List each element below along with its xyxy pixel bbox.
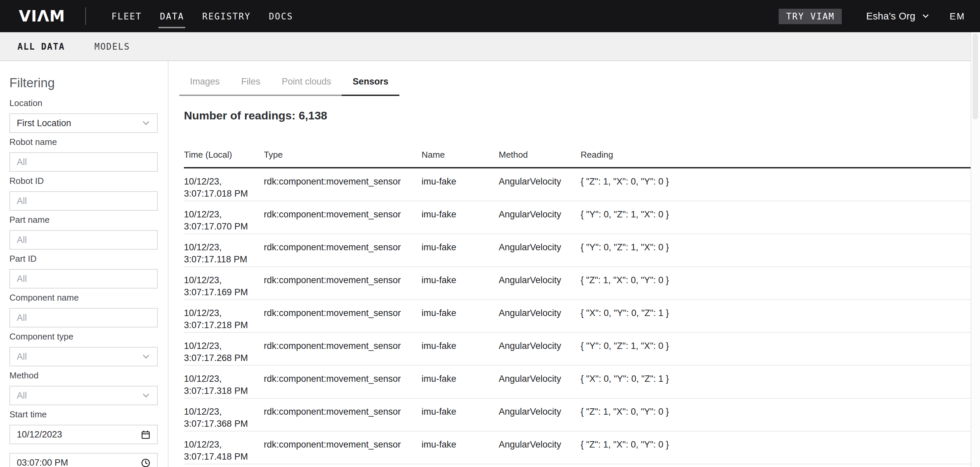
- sensor-readings-table: Time (Local) Type Name Method Reading 10…: [184, 141, 970, 464]
- column-header-name: Name: [422, 141, 499, 167]
- cell-method: AngularVelocity: [499, 234, 581, 266]
- nav-right-group: TRY VIAM Esha's Org EM: [779, 8, 966, 24]
- part-name-label: Part name: [10, 215, 158, 226]
- table-body: 10/12/23,3:07:17.018 PMrdk:component:mov…: [184, 168, 970, 464]
- primary-nav: FLEET DATA REGISTRY DOCS: [111, 0, 293, 32]
- org-label: Esha's Org: [866, 11, 916, 21]
- component-type-label: Component type: [10, 332, 158, 342]
- tab-images[interactable]: Images: [179, 71, 231, 96]
- readings-count-heading: Number of readings: 6,138: [184, 110, 980, 123]
- data-type-tabs: Images Files Point clouds Sensors: [179, 71, 980, 96]
- start-date-input[interactable]: 10/12/2023: [10, 425, 158, 444]
- tab-files[interactable]: Files: [231, 71, 271, 96]
- cell-reading: { "X": 0, "Y": 0, "Z": 1 }: [581, 300, 970, 332]
- component-name-input[interactable]: [10, 308, 158, 327]
- nav-item-docs[interactable]: DOCS: [269, 0, 293, 32]
- cell-time: 10/12/23,3:07:17.368 PM: [184, 399, 264, 431]
- tab-all-data[interactable]: ALL DATA: [18, 41, 65, 51]
- chevron-down-icon: [142, 352, 150, 361]
- table-row: 10/12/23,3:07:17.118 PMrdk:component:mov…: [184, 234, 970, 267]
- column-header-time: Time (Local): [184, 141, 264, 167]
- filter-component-type: Component type All: [10, 332, 158, 366]
- column-header-reading: Reading: [581, 141, 970, 167]
- table-row: 10/12/23,3:07:17.318 PMrdk:component:mov…: [184, 366, 970, 399]
- user-avatar[interactable]: EM: [950, 11, 966, 21]
- cell-name: imu-fake: [422, 201, 499, 234]
- table-row: 10/12/23,3:07:17.418 PMrdk:component:mov…: [184, 431, 970, 464]
- tab-models[interactable]: MODELS: [94, 41, 130, 51]
- robot-id-label: Robot ID: [10, 176, 158, 186]
- cell-method: AngularVelocity: [499, 300, 581, 332]
- cell-type: rdk:component:movement_sensor: [264, 201, 422, 234]
- part-name-input[interactable]: [10, 230, 158, 249]
- cell-type: rdk:component:movement_sensor: [264, 399, 422, 431]
- filter-robot-name: Robot name: [10, 137, 158, 172]
- cell-time: 10/12/23,3:07:17.018 PM: [184, 168, 264, 201]
- filter-method: Method All: [10, 370, 158, 405]
- nav-item-data[interactable]: DATA: [160, 0, 184, 32]
- clock-icon: [141, 458, 150, 467]
- location-select[interactable]: First Location: [10, 113, 158, 133]
- nav-item-registry[interactable]: REGISTRY: [202, 0, 251, 32]
- cell-name: imu-fake: [422, 234, 499, 266]
- table-row: 10/12/23,3:07:17.169 PMrdk:component:mov…: [184, 267, 970, 300]
- cell-reading: { "Y": 0, "Z": 1, "X": 0 }: [581, 201, 970, 234]
- cell-reading: { "Y": 0, "Z": 1, "X": 0 }: [581, 333, 970, 365]
- cell-reading: { "Z": 1, "X": 0, "Y": 0 }: [581, 168, 970, 201]
- cell-time: 10/12/23,3:07:17.070 PM: [184, 201, 264, 234]
- table-row: 10/12/23,3:07:17.018 PMrdk:component:mov…: [184, 168, 970, 201]
- table-row: 10/12/23,3:07:17.268 PMrdk:component:mov…: [184, 333, 970, 366]
- start-time-time-input[interactable]: 03:07:00 PM: [10, 453, 158, 467]
- start-time-label: Start time: [10, 409, 158, 420]
- table-row: 10/12/23,3:07:17.368 PMrdk:component:mov…: [184, 399, 970, 431]
- table-row: 10/12/23,3:07:17.070 PMrdk:component:mov…: [184, 201, 970, 234]
- nav-item-fleet[interactable]: FLEET: [111, 0, 142, 32]
- tab-sensors[interactable]: Sensors: [342, 71, 399, 96]
- tab-point-clouds[interactable]: Point clouds: [271, 71, 342, 96]
- page-layout: Filtering Location First Location Robot …: [0, 61, 980, 467]
- try-viam-button[interactable]: TRY VIAM: [779, 8, 842, 24]
- cell-method: AngularVelocity: [499, 366, 581, 398]
- filtering-title: Filtering: [10, 75, 158, 91]
- robot-id-input[interactable]: [10, 191, 158, 211]
- cell-name: imu-fake: [422, 300, 499, 332]
- cell-type: rdk:component:movement_sensor: [264, 431, 422, 464]
- cell-method: AngularVelocity: [499, 168, 581, 201]
- viam-logo[interactable]: VIΛM: [19, 7, 65, 25]
- cell-time: 10/12/23,3:07:17.268 PM: [184, 333, 264, 365]
- table-header-row: Time (Local) Type Name Method Reading: [184, 141, 970, 168]
- filter-component-name: Component name: [10, 292, 158, 327]
- cell-reading: { "Z": 1, "X": 0, "Y": 0 }: [581, 399, 970, 431]
- component-name-label: Component name: [10, 292, 158, 303]
- cell-method: AngularVelocity: [499, 431, 581, 464]
- cell-time: 10/12/23,3:07:17.169 PM: [184, 267, 264, 299]
- cell-reading: { "Y": 0, "Z": 1, "X": 0 }: [581, 234, 970, 266]
- cell-time: 10/12/23,3:07:17.418 PM: [184, 431, 264, 464]
- sub-nav: ALL DATA MODELS: [0, 32, 980, 61]
- robot-name-input[interactable]: [10, 152, 158, 172]
- method-select[interactable]: All: [10, 386, 158, 405]
- location-value: First Location: [17, 118, 142, 128]
- cell-type: rdk:component:movement_sensor: [264, 267, 422, 299]
- scrollbar-thumb[interactable]: [973, 33, 978, 119]
- cell-type: rdk:component:movement_sensor: [264, 234, 422, 266]
- part-id-input[interactable]: [10, 269, 158, 289]
- component-type-select[interactable]: All: [10, 347, 158, 366]
- filtering-sidebar: Filtering Location First Location Robot …: [0, 61, 169, 467]
- cell-type: rdk:component:movement_sensor: [264, 300, 422, 332]
- cell-method: AngularVelocity: [499, 201, 581, 234]
- component-type-value: All: [17, 352, 142, 362]
- cell-reading: { "Z": 1, "X": 0, "Y": 0 }: [581, 267, 970, 299]
- scrollbar-track[interactable]: [970, 32, 980, 467]
- method-label: Method: [10, 370, 158, 381]
- chevron-down-icon: [142, 391, 150, 400]
- column-header-method: Method: [499, 141, 581, 167]
- filter-location: Location First Location: [10, 98, 158, 133]
- org-switcher[interactable]: Esha's Org: [866, 11, 930, 21]
- filter-part-name: Part name: [10, 215, 158, 249]
- cell-method: AngularVelocity: [499, 399, 581, 431]
- cell-time: 10/12/23,3:07:17.118 PM: [184, 234, 264, 266]
- cell-time: 10/12/23,3:07:17.218 PM: [184, 300, 264, 332]
- start-time-time-value: 03:07:00 PM: [17, 457, 141, 467]
- robot-name-label: Robot name: [10, 137, 158, 148]
